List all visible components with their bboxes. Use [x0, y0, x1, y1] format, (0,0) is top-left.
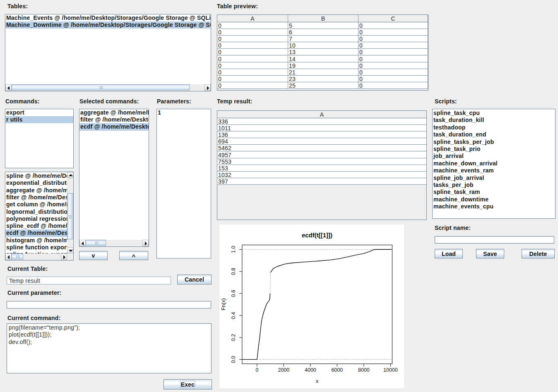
svg-text:0.2: 0.2: [231, 334, 236, 341]
svg-text:2000: 2000: [278, 367, 289, 373]
svg-text:ecdf(t[[1]]): ecdf(t[[1]]): [302, 232, 332, 239]
svg-text:0.8: 0.8: [231, 268, 236, 275]
svg-text:4000: 4000: [305, 367, 316, 373]
svg-text:x: x: [316, 378, 319, 384]
svg-text:Fn(x): Fn(x): [221, 298, 226, 310]
svg-text:0.0: 0.0: [231, 356, 236, 363]
svg-text:1.0: 1.0: [231, 246, 236, 253]
svg-text:8000: 8000: [358, 367, 370, 373]
svg-text:0.6: 0.6: [231, 290, 236, 297]
svg-text:0.4: 0.4: [231, 312, 236, 319]
svg-text:6000: 6000: [331, 367, 343, 373]
svg-text:10000: 10000: [383, 367, 398, 373]
svg-text:0: 0: [255, 367, 258, 373]
